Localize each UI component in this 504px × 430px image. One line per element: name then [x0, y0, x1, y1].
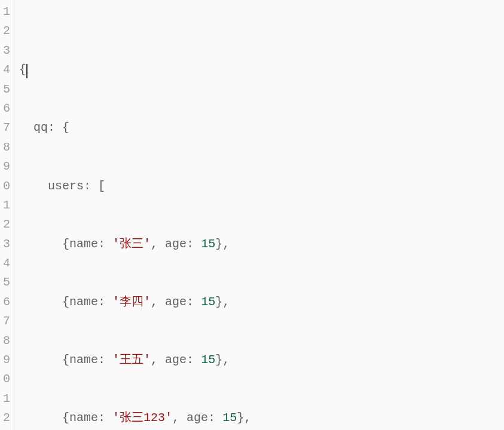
line-number: 0	[1, 370, 10, 389]
line-number: 1	[1, 2, 10, 22]
line-number: 6	[1, 293, 10, 312]
line-number: 7	[1, 312, 10, 331]
line-number: 5	[1, 80, 10, 99]
code-editor[interactable]: 1 2 3 4 5 6 7 8 9 0 1 2 3 4 5 6 7 8 9 0 …	[0, 0, 504, 430]
line-number: 8	[1, 331, 10, 351]
line-number: 9	[1, 157, 10, 176]
line-number: 7	[1, 118, 10, 137]
line-number: 5	[1, 273, 10, 292]
code-line: {name: '张三123', age: 15},	[19, 408, 504, 428]
line-number: 4	[1, 254, 10, 273]
text-cursor	[26, 64, 28, 78]
line-number: 1	[1, 389, 10, 408]
line-number: 9	[1, 351, 10, 370]
line-number: 2	[1, 215, 10, 234]
line-number-gutter: 1 2 3 4 5 6 7 8 9 0 1 2 3 4 5 6 7 8 9 0 …	[0, 0, 14, 430]
line-number: 3	[1, 235, 10, 254]
code-line: {name: '张三', age: 15},	[19, 235, 504, 254]
code-line: users: [	[19, 177, 504, 196]
line-number: 2	[1, 408, 10, 428]
code-line: qq: {	[19, 118, 504, 137]
code-line: {	[19, 60, 504, 79]
line-number: 3	[1, 41, 10, 60]
line-number: 0	[1, 177, 10, 196]
code-line: {name: '王五', age: 15},	[19, 351, 504, 370]
code-area[interactable]: { qq: { users: [ {name: '张三', age: 15}, …	[14, 0, 504, 430]
line-number: 8	[1, 138, 10, 157]
line-number: 1	[1, 196, 10, 215]
line-number: 4	[1, 60, 10, 79]
code-line: {name: '李四', age: 15},	[19, 293, 504, 312]
line-number: 6	[1, 99, 10, 118]
line-number: 2	[1, 22, 10, 41]
